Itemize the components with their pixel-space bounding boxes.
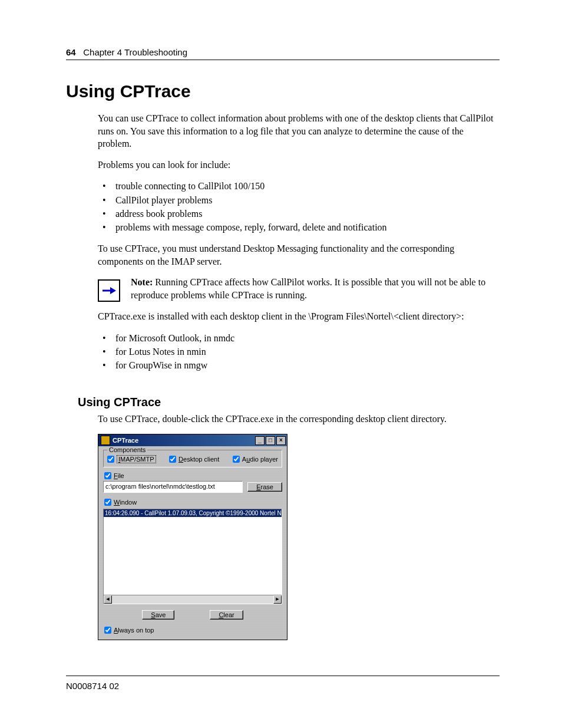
- note-body: Running CPTrace affects how CallPilot wo…: [131, 277, 485, 300]
- note-block: Note: Running CPTrace affects how CallPi…: [98, 276, 500, 302]
- window-input[interactable]: [104, 499, 111, 506]
- intro-paragraph: You can use CPTrace to collect informati…: [98, 112, 500, 150]
- sub-paragraph: To use CPTrace, double-click the CPTrace…: [98, 413, 500, 426]
- list-item: address book problems: [98, 207, 500, 220]
- desktop-client-input[interactable]: [169, 456, 176, 463]
- problems-intro: Problems you can look for include:: [98, 159, 500, 172]
- components-legend: Components: [107, 446, 147, 453]
- erase-button[interactable]: Erase: [247, 482, 282, 492]
- always-on-top-checkbox[interactable]: Always on top: [104, 627, 154, 634]
- list-item: problems with message compose, reply, fo…: [98, 220, 500, 234]
- list-item: trouble connecting to CallPilot 100/150: [98, 179, 500, 193]
- components-groupbox: Components IIMAP/SMTPMAP/SMTP Desktop cl…: [103, 450, 282, 467]
- log-line: 16:04:26.090 - CallPilot 1.07.09.03, Cop…: [104, 509, 282, 517]
- imap-smtp-checkbox[interactable]: IIMAP/SMTPMAP/SMTP: [107, 455, 156, 463]
- titlebar[interactable]: CPTrace _ □ ×: [98, 434, 287, 446]
- problems-list: trouble connecting to CallPilot 100/150 …: [98, 179, 500, 234]
- chapter-title: Chapter 4 Troubleshooting: [83, 47, 187, 57]
- h-scrollbar[interactable]: ◄ ►: [104, 595, 282, 604]
- arrow-icon: [98, 279, 120, 302]
- app-icon: [101, 436, 110, 445]
- scroll-right-button[interactable]: ►: [273, 595, 282, 604]
- svg-marker-1: [110, 287, 116, 294]
- note-label: Note:: [131, 277, 153, 287]
- maximize-button[interactable]: □: [266, 436, 275, 445]
- sub-heading: Using CPTrace: [78, 396, 500, 409]
- page-number: 64: [66, 47, 76, 57]
- file-path-field[interactable]: c:\program files\nortel\nmdc\testlog.txt: [103, 481, 243, 493]
- file-input[interactable]: [104, 472, 111, 479]
- window-title: CPTrace: [113, 437, 138, 444]
- note-text: Note: Running CPTrace affects how CallPi…: [131, 276, 500, 301]
- scroll-left-button[interactable]: ◄: [104, 595, 112, 604]
- file-checkbox[interactable]: File: [104, 472, 124, 479]
- list-item: for Microsoft Outlook, in nmdc: [98, 331, 500, 345]
- imap-smtp-input[interactable]: [107, 456, 114, 463]
- audio-player-checkbox[interactable]: Audio player: [233, 456, 278, 463]
- audio-player-input[interactable]: [233, 456, 240, 463]
- log-area[interactable]: 16:04:26.090 - CallPilot 1.07.09.03, Cop…: [103, 509, 282, 604]
- clear-button[interactable]: Clear: [210, 610, 243, 620]
- understand-paragraph: To use CPTrace, you must understand Desk…: [98, 242, 500, 268]
- page-footer: N0008714 02: [66, 676, 500, 691]
- page-header: 64 Chapter 4 Troubleshooting: [66, 47, 500, 60]
- list-item: for Lotus Notes in nmin: [98, 345, 500, 358]
- minimize-button[interactable]: _: [255, 436, 265, 445]
- window-checkbox[interactable]: Window: [104, 499, 137, 506]
- list-item: CallPilot player problems: [98, 193, 500, 207]
- main-heading: Using CPTrace: [66, 81, 500, 101]
- save-button[interactable]: Save: [142, 610, 174, 620]
- list-item: for GroupWise in nmgw: [98, 358, 500, 372]
- cptrace-window: CPTrace _ □ × Components IIMAP/SMTPMAP/S…: [98, 434, 287, 640]
- close-button[interactable]: ×: [276, 436, 286, 445]
- desktop-client-checkbox[interactable]: Desktop client: [169, 456, 219, 463]
- clients-list: for Microsoft Outlook, in nmdc for Lotus…: [98, 331, 500, 373]
- always-on-top-input[interactable]: [104, 627, 111, 634]
- install-paragraph: CPTrace.exe is installed with each deskt…: [98, 310, 500, 323]
